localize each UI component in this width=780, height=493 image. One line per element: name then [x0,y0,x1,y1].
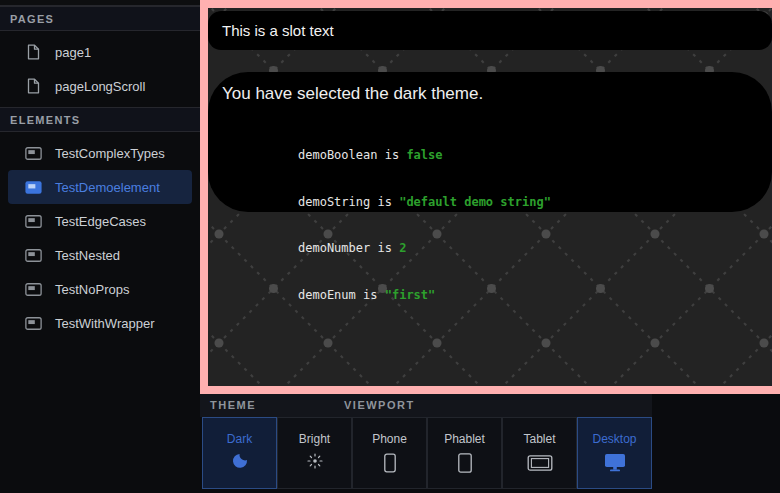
viewport-phablet-button[interactable]: Phablet [427,417,502,489]
prop-value: 2 [399,241,406,255]
prop-line: demoEnum is "first" [298,288,772,304]
sidebar: PAGES page1 pageLongScroll ELEMENTS Test… [0,0,200,493]
tablet-icon [527,453,553,476]
theme-bright-button[interactable]: Bright [277,417,352,489]
pages-list: page1 pageLongScroll [0,31,200,107]
viewport-phone-label: Phone [372,432,407,446]
sidebar-item-testnoprops[interactable]: TestNoProps [8,272,192,306]
theme-bright-label: Bright [299,432,330,446]
prop-value: "default demo string" [399,195,551,209]
prop-name: demoBoolean [298,148,377,162]
sidebar-item-testcomplextypes[interactable]: TestComplexTypes [8,136,192,170]
viewport-tablet-label: Tablet [523,432,555,446]
viewport-phablet-label: Phablet [444,432,485,446]
prop-connector: is [370,241,399,255]
slot-text-bar: This is a slot text [208,11,772,50]
viewport-group-label: VIEWPORT [344,399,415,411]
sidebar-item-testdemoelement[interactable]: TestDemoelement [8,170,192,204]
viewport-tablet-button[interactable]: Tablet [502,417,577,489]
elements-section-header: ELEMENTS [0,107,200,132]
theme-buttons: Dark Bright [202,417,352,489]
prop-connector: is [377,148,406,162]
viewport-desktop-label: Desktop [592,432,636,446]
sidebar-item-label: TestNested [55,248,120,263]
sidebar-item-testedgecases[interactable]: TestEdgeCases [8,204,192,238]
phablet-icon [455,453,475,476]
bottom-toolbar: THEME VIEWPORT Dark Bright [200,394,780,493]
slot-text: This is a slot text [222,22,334,39]
element-icon [25,147,42,160]
theme-group-label: THEME [210,399,256,411]
prop-name: demoNumber [298,241,370,255]
viewport-phone-button[interactable]: Phone [352,417,427,489]
prop-connector: is [356,288,385,302]
prop-value: "first" [385,288,436,302]
toolbar-header-strip: THEME VIEWPORT [200,394,652,417]
element-icon [25,181,42,194]
sun-icon [307,453,323,472]
prop-name: demoString [298,195,370,209]
file-icon [25,44,42,60]
prop-connector: is [370,195,399,209]
element-icon [25,317,42,330]
sidebar-item-label: TestNoProps [55,282,129,297]
sidebar-item-label: TestDemoelement [55,180,160,195]
pages-section-title: PAGES [10,13,54,25]
sidebar-item-testwithwrapper[interactable]: TestWithWrapper [8,306,192,340]
moon-icon [232,453,248,472]
file-icon [25,78,42,94]
prop-value: false [406,148,442,162]
demo-element-output: You have selected the dark theme. demoBo… [208,72,772,212]
elements-section-title: ELEMENTS [10,114,80,126]
sidebar-item-label: TestWithWrapper [55,316,154,331]
theme-message: You have selected the dark theme. [208,72,772,104]
element-icon [25,215,42,228]
sidebar-item-label: TestComplexTypes [55,146,165,161]
element-icon [25,249,42,262]
viewport-buttons: Phone Phablet Tablet Desktop [352,417,652,489]
theme-dark-label: Dark [227,432,252,446]
desktop-icon [604,453,626,475]
elements-list: TestComplexTypes TestDemoelement TestEdg… [0,132,200,344]
sidebar-item-page1[interactable]: page1 [8,35,192,69]
prop-line: demoString is "default demo string" [298,195,772,211]
viewport-desktop-button[interactable]: Desktop [577,417,652,489]
sidebar-item-pagelongscroll[interactable]: pageLongScroll [8,69,192,103]
prop-name: demoEnum [298,288,356,302]
sidebar-item-testnested[interactable]: TestNested [8,238,192,272]
sidebar-item-label: TestEdgeCases [55,214,146,229]
preview-canvas: This is a slot text You have selected th… [200,0,780,394]
pages-section-header: PAGES [0,6,200,31]
phone-icon [380,453,400,476]
prop-line: demoBoolean is false [298,148,772,164]
element-icon [25,283,42,296]
sidebar-item-label: page1 [55,45,91,60]
props-output: demoBoolean is false demoString is "defa… [298,117,772,334]
theme-dark-button[interactable]: Dark [202,417,277,489]
sidebar-item-label: pageLongScroll [55,79,145,94]
prop-line: demoNumber is 2 [298,241,772,257]
